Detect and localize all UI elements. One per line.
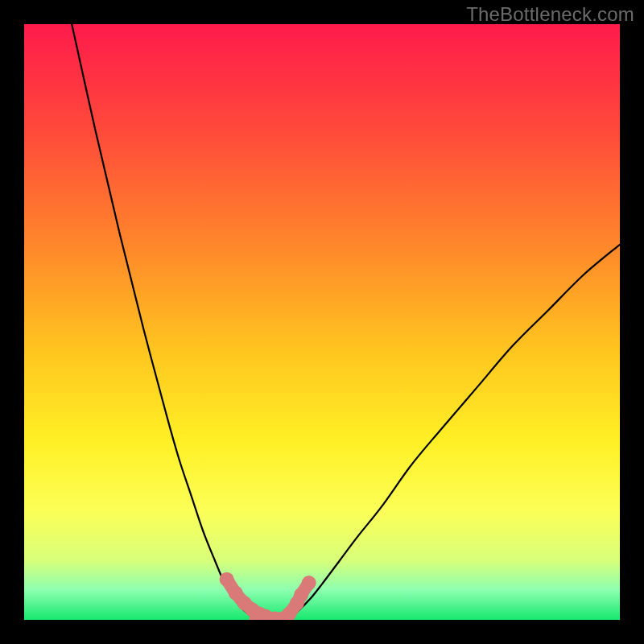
chart-plot-area <box>24 24 620 620</box>
markers-right-point <box>302 576 316 590</box>
markers-left-point <box>220 572 234 587</box>
watermark-text: TheBottleneck.com <box>466 3 634 26</box>
markers-right-point <box>294 588 308 602</box>
chart-frame: TheBottleneck.com <box>0 0 644 644</box>
chart-svg <box>24 24 620 620</box>
svg-rect-0 <box>24 24 620 620</box>
